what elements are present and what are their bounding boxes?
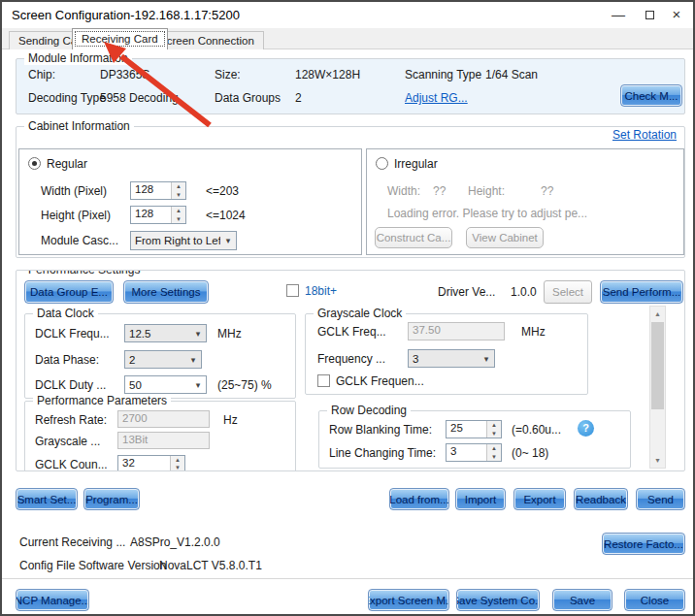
construct-cabinet-button[interactable]: Construct Ca... xyxy=(375,227,452,248)
irregular-radio[interactable] xyxy=(376,157,388,170)
data-groups-label: Data Groups xyxy=(215,91,281,105)
dclk-duty-label: DCLK Duty ... xyxy=(35,378,106,392)
data-clock-title: Data Clock xyxy=(33,307,98,320)
row-blanking-spinner[interactable]: ▲▼ xyxy=(486,421,501,438)
module-cascade-label: Module Casc... xyxy=(41,234,118,247)
export-button[interactable]: Export xyxy=(513,488,566,510)
data-group-exchange-button[interactable]: Data Group E... xyxy=(24,280,114,304)
data-phase-select[interactable]: 2 ▾ xyxy=(124,350,202,369)
width-input-value[interactable]: 128 xyxy=(131,182,171,199)
height-pixel-label: Height (Pixel) xyxy=(41,209,111,222)
readback-button[interactable]: Readback xyxy=(574,488,628,510)
performance-scrollbar[interactable]: ▲ ▼ xyxy=(649,306,666,469)
data-phase-label: Data Phase: xyxy=(35,353,99,367)
refresh-rate-input: 2700 xyxy=(117,410,210,428)
line-changing-value[interactable]: 3 xyxy=(447,444,486,461)
chip-label: Chip: xyxy=(28,68,55,81)
ncp-manage-button[interactable]: NCP Manage... xyxy=(16,589,89,611)
spin-down-icon[interactable]: ▼ xyxy=(172,191,185,200)
scanning-type-value: 1/64 Scan xyxy=(485,68,538,81)
dclk-duty-select[interactable]: 50 ▾ xyxy=(124,375,207,394)
more-settings-button[interactable]: More Settings xyxy=(123,280,209,304)
save-system-button[interactable]: Save System Co... xyxy=(456,589,540,611)
height-limit: <=1024 xyxy=(206,209,246,222)
spin-up-icon[interactable]: ▲ xyxy=(487,421,501,430)
check-module-button[interactable]: Check M... xyxy=(620,84,682,107)
maximize-icon[interactable] xyxy=(637,4,662,25)
current-receiving-value: A8SPro_V1.2.0.0 xyxy=(130,535,220,549)
scrollbar-thumb[interactable] xyxy=(651,322,664,409)
spin-up-icon[interactable]: ▲ xyxy=(172,182,185,191)
help-icon[interactable]: ? xyxy=(578,420,594,437)
cabinet-information-group: Cabinet Information Set Rotation Regular… xyxy=(16,126,685,258)
width-spinner[interactable]: ▲▼ xyxy=(171,182,185,199)
load-from-button[interactable]: Load from... xyxy=(389,488,449,510)
smart-settings-button[interactable]: Smart Set... xyxy=(16,488,78,510)
performance-settings-title: Performance Settings xyxy=(24,270,144,276)
driver-version-value: 1.0.0 xyxy=(511,285,537,299)
bottom-divider xyxy=(2,578,693,579)
tab-bar: Sending Card Receiving Card Screen Conne… xyxy=(2,28,693,49)
row-blanking-input[interactable]: 25 ▲▼ xyxy=(446,420,502,438)
irregular-height-value: ?? xyxy=(541,184,553,198)
18bit-checkbox[interactable] xyxy=(286,284,299,297)
height-input-value[interactable]: 128 xyxy=(131,207,171,223)
row-blanking-value[interactable]: 25 xyxy=(447,421,486,438)
module-information-group: Module Information Chip: DP3365S Size: 1… xyxy=(16,58,685,114)
grayscale-clock-group: Grayscale Clock GCLK Freq... 37.50 MHz F… xyxy=(305,313,588,395)
gclk-frequency-checkbox[interactable] xyxy=(317,374,330,387)
height-spinner[interactable]: ▲▼ xyxy=(171,207,185,223)
restore-factory-button[interactable]: Restore Facto... xyxy=(602,533,685,555)
select-button[interactable]: Select xyxy=(544,280,592,304)
tab-receiving-card[interactable]: Receiving Card xyxy=(72,28,168,49)
height-input[interactable]: 128 ▲▼ xyxy=(130,206,186,224)
spin-up-icon[interactable]: ▲ xyxy=(171,456,184,464)
width-input[interactable]: 128 ▲▼ xyxy=(130,181,186,200)
regular-radio[interactable] xyxy=(28,157,41,170)
module-cascade-select[interactable]: From Right to Left ▾ xyxy=(130,231,237,250)
gclk-count-spinner[interactable]: ▲▼ xyxy=(170,456,184,471)
spin-down-icon[interactable]: ▼ xyxy=(171,464,184,471)
spin-down-icon[interactable]: ▼ xyxy=(487,453,501,462)
irregular-height-label: Height: xyxy=(468,184,505,198)
irregular-panel: Irregular Width: ?? Height: ?? Loading e… xyxy=(366,148,684,255)
size-label: Size: xyxy=(215,68,241,81)
import-button[interactable]: Import xyxy=(455,488,506,510)
export-screen-button[interactable]: Export Screen M... xyxy=(368,589,449,611)
spin-up-icon[interactable]: ▲ xyxy=(172,207,185,215)
send-button[interactable]: Send xyxy=(636,488,685,510)
spin-down-icon[interactable]: ▼ xyxy=(487,430,501,438)
set-rotation-link[interactable]: Set Rotation xyxy=(612,128,677,142)
view-cabinet-button[interactable]: View Cabinet xyxy=(466,227,544,248)
spin-up-icon[interactable]: ▲ xyxy=(487,444,501,453)
cabinet-information-title: Cabinet Information xyxy=(24,119,134,133)
line-changing-spinner[interactable]: ▲▼ xyxy=(486,444,501,461)
gclk-count-value[interactable]: 32 xyxy=(118,456,170,471)
dclk-frequency-select[interactable]: 12.5 ▾ xyxy=(124,324,207,342)
frequency-select[interactable]: 3 ▾ xyxy=(408,349,495,368)
scroll-up-icon[interactable]: ▲ xyxy=(650,307,665,321)
save-button[interactable]: Save xyxy=(552,589,612,611)
adjust-rg-link[interactable]: Adjust RG... xyxy=(405,91,468,105)
close-button[interactable]: Close xyxy=(624,589,685,611)
gclk-count-input[interactable]: 32 ▲▼ xyxy=(117,455,185,471)
decoding-type-label: Decoding Type xyxy=(28,91,106,105)
scanning-type-label: Scanning Type xyxy=(405,68,481,81)
row-blanking-label: Row Blanking Time: xyxy=(329,423,432,437)
dclk-frequency-label: DCLK Frequ... xyxy=(35,327,110,340)
spin-down-icon[interactable]: ▼ xyxy=(172,215,185,224)
gclk-frequency-label: GCLK Freq... xyxy=(317,325,386,339)
minimize-icon[interactable]: — xyxy=(606,4,631,25)
performance-settings-group: Performance Settings Data Group E... Mor… xyxy=(16,270,685,471)
scroll-down-icon[interactable]: ▼ xyxy=(650,453,665,468)
close-icon[interactable]: × xyxy=(664,4,689,25)
grayscale-label: Grayscale ... xyxy=(35,435,100,448)
program-button[interactable]: Program... xyxy=(83,488,140,510)
width-pixel-label: Width (Pixel) xyxy=(41,184,107,198)
regular-radio-label: Regular xyxy=(47,157,87,171)
dclk-frequency-unit: MHz xyxy=(217,327,242,340)
line-changing-input[interactable]: 3 ▲▼ xyxy=(446,443,502,462)
18bit-label: 18bit+ xyxy=(305,284,337,298)
send-performance-button[interactable]: Send Perform... xyxy=(600,280,683,304)
module-cascade-value: From Right to Left xyxy=(131,235,220,246)
